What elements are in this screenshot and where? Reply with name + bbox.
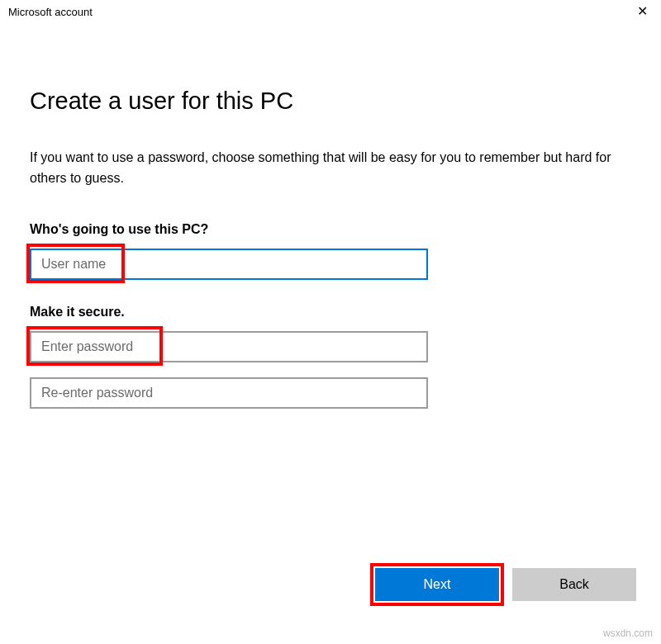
content-area: Create a user for this PC If you want to… xyxy=(0,23,661,409)
password-input[interactable] xyxy=(30,331,428,362)
who-label: Who's going to use this PC? xyxy=(30,222,631,237)
username-input[interactable] xyxy=(30,249,428,280)
username-input-wrap xyxy=(30,249,428,280)
next-button[interactable]: Next xyxy=(375,568,499,601)
next-button-wrap: Next xyxy=(375,568,499,601)
page-heading: Create a user for this PC xyxy=(30,88,631,115)
reenter-password-input-wrap xyxy=(30,377,428,409)
close-icon[interactable]: ✕ xyxy=(632,5,653,18)
page-description: If you want to use a password, choose so… xyxy=(30,148,631,189)
password-input-wrap xyxy=(30,331,428,362)
back-button[interactable]: Back xyxy=(512,568,636,601)
window-title: Microsoft account xyxy=(8,6,93,18)
who-section: Who's going to use this PC? xyxy=(30,222,631,280)
footer-buttons: Next Back xyxy=(375,568,636,601)
titlebar: Microsoft account ✕ xyxy=(0,0,661,23)
secure-label: Make it secure. xyxy=(30,305,631,320)
secure-section: Make it secure. xyxy=(30,305,631,409)
watermark: wsxdn.com xyxy=(603,627,653,639)
reenter-password-input[interactable] xyxy=(30,377,428,409)
